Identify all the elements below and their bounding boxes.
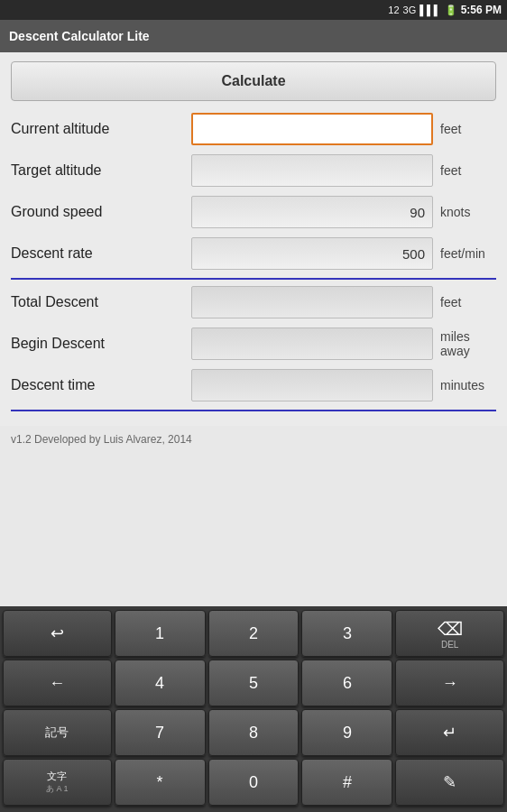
descent-time-row: Descent time minutes	[11, 368, 496, 402]
descent-rate-unit: feet/min	[433, 246, 496, 261]
keyboard-row-4: 文字あ A 1 * 0 # ✎	[3, 759, 504, 806]
kb-7[interactable]: 7	[115, 709, 206, 756]
total-descent-output	[191, 286, 433, 318]
kb-5[interactable]: 5	[208, 660, 300, 706]
ground-speed-unit: knots	[433, 205, 496, 219]
keyboard-row-3: 記号 7 8 9 ↵	[3, 709, 504, 756]
ground-speed-row: Ground speed knots	[11, 195, 496, 229]
total-descent-label: Total Descent	[11, 294, 191, 310]
status-time: 5:56 PM	[461, 4, 502, 16]
descent-time-label: Descent time	[11, 377, 191, 393]
kb-9[interactable]: 9	[301, 709, 392, 756]
divider-top	[11, 278, 496, 280]
descent-time-output	[191, 369, 433, 401]
divider-bottom	[11, 410, 496, 411]
status-bar: 12 3G ▌▌▌ 🔋 5:56 PM	[0, 0, 507, 20]
target-altitude-row: Target altitude feet	[11, 153, 496, 188]
descent-time-unit: minutes	[433, 378, 496, 392]
total-descent-unit: feet	[433, 295, 496, 309]
ground-speed-label: Ground speed	[11, 204, 191, 220]
kb-4[interactable]: 4	[115, 660, 206, 706]
kb-2[interactable]: 2	[208, 610, 300, 657]
current-altitude-label: Current altitude	[11, 121, 191, 137]
kb-3[interactable]: 3	[301, 610, 392, 657]
kb-del[interactable]: ⌫DEL	[395, 610, 504, 657]
current-altitude-input[interactable]	[191, 113, 433, 145]
kb-char-switch[interactable]: 文字あ A 1	[3, 759, 112, 806]
kb-enter[interactable]: ↵	[395, 709, 504, 756]
kb-pen[interactable]: ✎	[395, 759, 504, 806]
footer-text: v1.2 Developed by Luis Alvarez, 2014	[11, 433, 192, 446]
calculate-button[interactable]: Calculate	[11, 61, 496, 101]
kb-asterisk[interactable]: *	[115, 759, 206, 806]
kb-0[interactable]: 0	[208, 759, 300, 806]
target-altitude-unit: feet	[433, 163, 496, 178]
kb-6[interactable]: 6	[301, 660, 392, 706]
keyboard-row-2: ← 4 5 6 →	[3, 660, 504, 706]
descent-rate-label: Descent rate	[11, 245, 191, 262]
target-altitude-input[interactable]	[191, 154, 433, 187]
kb-arrow-left[interactable]: ←	[3, 660, 112, 706]
kb-backspace-left[interactable]: ↩	[3, 610, 112, 657]
begin-descent-label: Begin Descent	[11, 336, 191, 352]
kb-arrow-right[interactable]: →	[395, 660, 504, 706]
begin-descent-unit: miles away	[433, 329, 496, 358]
battery-icon: 🔋	[445, 5, 457, 16]
network-icon: 12	[388, 5, 399, 15]
descent-rate-input[interactable]	[191, 237, 433, 270]
main-content: Calculate Current altitude feet Target a…	[0, 52, 507, 426]
signal-icon: ▌▌▌	[419, 5, 440, 15]
ground-speed-input[interactable]	[191, 196, 433, 228]
descent-rate-row: Descent rate feet/min	[11, 236, 496, 271]
total-descent-row: Total Descent feet	[11, 285, 496, 319]
begin-descent-row: Begin Descent miles away	[11, 327, 496, 361]
keyboard-row-1: ↩ 1 2 3 ⌫DEL	[3, 610, 504, 657]
target-altitude-label: Target altitude	[11, 162, 191, 179]
keyboard: ↩ 1 2 3 ⌫DEL ← 4 5 6 → 記号 7 8 9 ↵ 文字あ A …	[0, 606, 507, 812]
kb-hash[interactable]: #	[301, 759, 392, 806]
current-altitude-row: Current altitude feet	[11, 112, 496, 146]
current-altitude-unit: feet	[433, 122, 496, 136]
3g-icon: 3G	[403, 5, 417, 15]
footer: v1.2 Developed by Luis Alvarez, 2014	[0, 426, 507, 453]
title-bar: Descent Calculator Lite	[0, 20, 507, 52]
app-title: Descent Calculator Lite	[9, 29, 150, 43]
kb-8[interactable]: 8	[208, 709, 300, 756]
kb-symbols[interactable]: 記号	[3, 709, 112, 756]
begin-descent-output	[191, 328, 433, 360]
kb-1[interactable]: 1	[115, 610, 206, 657]
